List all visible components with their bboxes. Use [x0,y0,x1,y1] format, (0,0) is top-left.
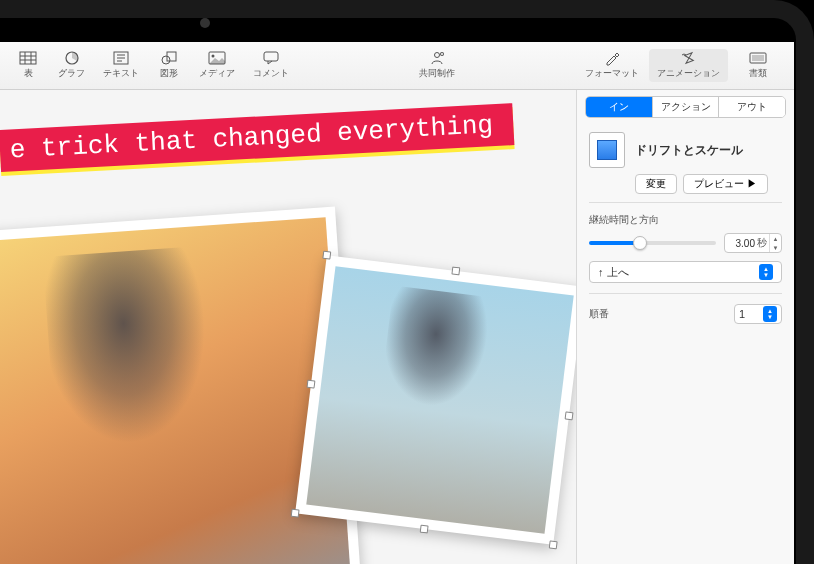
media-icon [208,51,226,65]
toolbar-format[interactable]: フォーマット [577,49,647,82]
toolbar: 表 グラフ テキスト 図形 [0,42,794,90]
slider-thumb[interactable] [633,236,647,250]
shape-icon [160,51,178,65]
toolbar-chart[interactable]: グラフ [50,49,93,82]
slide-title[interactable]: e trick that changed everything [0,103,514,172]
toolbar-document[interactable]: 書類 [730,49,786,82]
toolbar-text[interactable]: テキスト [95,49,147,82]
photo-content [306,266,573,533]
chevron-updown-icon: ▲▼ [759,264,773,280]
text-icon [112,51,130,65]
toolbar-comment[interactable]: コメント [245,49,297,82]
slide-title-text: e trick that changed everything [0,103,514,172]
animate-icon [680,51,698,65]
toolbar-inspector-group: フォーマット アニメーション 書類 [577,49,786,82]
toolbar-animate[interactable]: アニメーション [649,49,728,82]
inspector-panel: イン アクション アウト ドリフトとスケール 変更 プレビュー ▶ 継続時間と方… [576,90,794,564]
svg-rect-0 [20,52,36,64]
main-area: e trick that changed everything イン アクション… [0,90,794,564]
collaborate-icon [428,51,446,65]
selection-handle[interactable] [451,267,460,276]
chart-icon [63,51,81,65]
effect-name: ドリフトとスケール [635,142,743,159]
preview-button[interactable]: プレビュー ▶ [683,174,768,194]
slide-canvas[interactable]: e trick that changed everything [0,90,576,564]
tab-build-out[interactable]: アウト [719,97,785,117]
animation-tabs: イン アクション アウト [585,96,786,118]
selection-handle[interactable] [420,525,429,534]
selection-handle[interactable] [291,509,300,518]
format-icon [603,51,621,65]
selection-handle[interactable] [307,380,316,389]
svg-point-13 [212,55,215,58]
duration-direction-label: 継続時間と方向 [589,213,782,227]
tab-build-in[interactable]: イン [586,97,653,117]
toolbar-media[interactable]: メディア [191,49,243,82]
svg-rect-20 [752,55,764,61]
order-select[interactable]: 1 ▲▼ [734,304,782,324]
selection-handle[interactable] [565,411,574,420]
change-effect-button[interactable]: 変更 [635,174,677,194]
toolbar-collaborate[interactable]: 共同制作 [411,49,463,82]
effect-thumbnail [589,132,625,168]
toolbar-shape[interactable]: 図形 [149,49,189,82]
toolbar-table[interactable]: 表 [8,49,48,82]
laptop-camera [200,18,210,28]
slide-photo-2-selected[interactable] [295,255,576,545]
svg-point-11 [162,56,170,64]
selection-handle[interactable] [322,251,331,260]
svg-point-15 [435,53,440,58]
stepper-down-icon[interactable]: ▼ [770,243,781,252]
direction-value: ↑ 上へ [598,265,629,280]
order-value: 1 [739,308,745,320]
svg-rect-14 [264,52,278,61]
order-label: 順番 [589,307,609,321]
toolbar-insert-group: 表 グラフ テキスト 図形 [8,49,297,82]
direction-select[interactable]: ↑ 上へ ▲▼ [589,261,782,283]
effect-section: ドリフトとスケール 変更 プレビュー ▶ 継続時間と方向 3.00 秒 [577,128,794,336]
document-icon [749,51,767,65]
chevron-updown-icon: ▲▼ [763,306,777,322]
duration-slider[interactable] [589,241,716,245]
keynote-window: 表 グラフ テキスト 図形 [0,42,794,564]
tab-action[interactable]: アクション [653,97,720,117]
table-icon [19,51,37,65]
stepper-up-icon[interactable]: ▲ [770,234,781,243]
duration-field[interactable]: 3.00 秒 ▲ ▼ [724,233,782,253]
comment-icon [262,51,280,65]
selection-handle[interactable] [549,540,558,549]
